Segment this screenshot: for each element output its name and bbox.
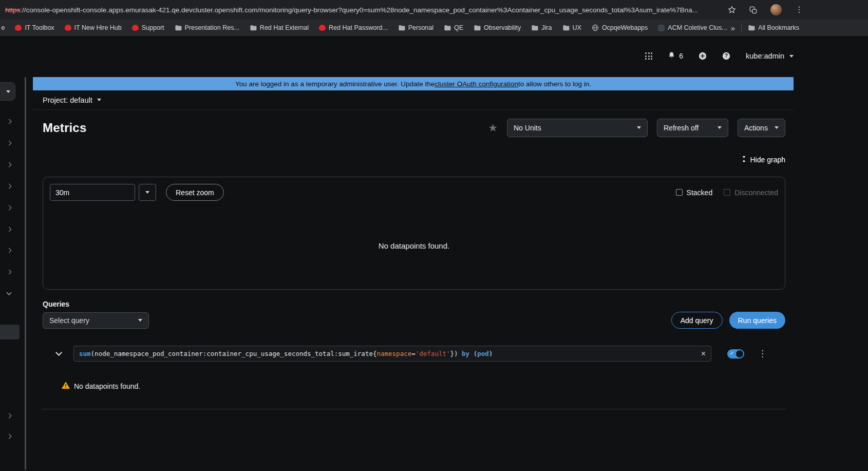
- bookmarks-bar: rceIT ToolboxIT New Hire HubSupportPrese…: [0, 20, 868, 36]
- hide-graph-button[interactable]: Hide graph: [741, 156, 786, 164]
- add-query-button[interactable]: Add query: [671, 312, 723, 329]
- actions-dropdown-label: Actions: [744, 124, 768, 132]
- bookmarks-overflow-icon[interactable]: »: [731, 24, 735, 32]
- browser-menu-icon[interactable]: ⋮: [795, 6, 803, 14]
- chevron-down-icon: [6, 90, 10, 93]
- quick-create-icon[interactable]: [699, 52, 707, 60]
- chevron-down-icon: [138, 319, 142, 322]
- sidebar-active-item[interactable]: [0, 325, 20, 340]
- run-queries-button[interactable]: Run queries: [729, 312, 786, 329]
- sidebar-collapsed-dropdown[interactable]: [0, 82, 15, 101]
- chevron-right-icon[interactable]: [7, 413, 12, 419]
- bookmark-item[interactable]: IT Toolbox: [15, 24, 54, 31]
- bookmark-item[interactable]: Observability: [474, 24, 521, 31]
- queries-heading: Queries: [43, 300, 785, 308]
- favorite-star-icon[interactable]: ★: [488, 122, 498, 133]
- bookmark-label: Red Hat External: [260, 24, 309, 31]
- left-sidebar: [0, 76, 24, 471]
- redhat-icon: [15, 25, 22, 31]
- page-title: Metrics: [43, 121, 86, 135]
- hide-graph-label: Hide graph: [750, 156, 786, 164]
- bell-icon: [668, 51, 675, 61]
- select-query-label: Select query: [49, 316, 89, 325]
- all-bookmarks-button[interactable]: All Bookmarks: [748, 24, 799, 31]
- chevron-right-icon[interactable]: [7, 162, 12, 167]
- openshift-console: 6 ? kube:admin: [0, 36, 868, 471]
- bookmark-label: Personal: [408, 24, 433, 31]
- bookmarks-divider: [741, 24, 742, 32]
- bookmarks-list: rceIT ToolboxIT New Hire HubSupportPrese…: [1, 24, 731, 31]
- bookmark-item[interactable]: Red Hat Password...: [319, 24, 388, 31]
- sidebar-scrollbar[interactable]: [24, 76, 27, 471]
- user-menu[interactable]: kube:admin: [746, 52, 794, 60]
- chevron-down-icon[interactable]: [7, 290, 12, 295]
- select-query-dropdown[interactable]: Select query: [43, 312, 149, 329]
- bookmark-item[interactable]: Red Hat External: [250, 24, 309, 31]
- bookmark-item[interactable]: Presentation Res...: [175, 24, 239, 31]
- extensions-icon[interactable]: [749, 6, 757, 14]
- bookmark-item[interactable]: IT New Hire Hub: [65, 24, 122, 31]
- folder-icon: [175, 25, 182, 31]
- bookmark-item[interactable]: OcpqeWebapps: [592, 24, 648, 31]
- url-bar[interactable]: https://console-openshift-console.apps.e…: [5, 6, 714, 14]
- bookmark-item[interactable]: UX: [562, 24, 581, 31]
- bookmark-star-icon[interactable]: [728, 6, 736, 14]
- check-icon: ✓: [730, 350, 734, 356]
- bookmark-label: IT New Hire Hub: [74, 24, 122, 31]
- graph-controls: Reset zoom Stacked Disconnected: [50, 184, 778, 201]
- clear-query-icon[interactable]: ×: [696, 350, 706, 358]
- refresh-dropdown[interactable]: Refresh off: [657, 119, 728, 137]
- chevron-right-icon[interactable]: [7, 141, 12, 146]
- divider: [43, 409, 785, 409]
- queries-toolbar: Select query Add query Run queries: [43, 312, 785, 329]
- login-banner: You are logged in as a temporary adminis…: [33, 77, 794, 90]
- promql-expression: sum(node_namespace_pod_container:contain…: [79, 350, 493, 357]
- chevron-right-icon[interactable]: [7, 248, 12, 253]
- bookmark-item[interactable]: QE: [444, 24, 463, 31]
- query-input[interactable]: sum(node_namespace_pod_container:contain…: [73, 346, 711, 362]
- chevron-right-icon[interactable]: [7, 119, 12, 124]
- compress-icon: [741, 156, 747, 164]
- timespan-dropdown-button[interactable]: [139, 184, 156, 201]
- chevron-down-icon: [97, 99, 101, 101]
- content-area: You are logged in as a temporary adminis…: [27, 76, 868, 471]
- redhat-icon: [65, 25, 71, 31]
- disconnected-label: Disconnected: [734, 189, 778, 197]
- profile-avatar[interactable]: [770, 4, 782, 15]
- chevron-down-icon: [789, 55, 794, 58]
- chevron-right-icon[interactable]: [7, 227, 12, 232]
- checkbox-icon: [676, 189, 683, 196]
- refresh-dropdown-label: Refresh off: [664, 124, 699, 132]
- bookmark-item[interactable]: Support: [132, 24, 164, 31]
- scrollbar-thumb[interactable]: [25, 77, 26, 470]
- actions-dropdown[interactable]: Actions: [738, 119, 785, 137]
- query-warning: No datapoints found.: [43, 382, 785, 390]
- app-launcher-icon[interactable]: [645, 52, 652, 60]
- timespan-input[interactable]: [50, 184, 135, 201]
- disconnected-checkbox[interactable]: Disconnected: [724, 189, 778, 197]
- chevron-right-icon[interactable]: [7, 205, 12, 211]
- bookmark-item[interactable]: rce: [1, 24, 5, 31]
- query-row: sum(node_namespace_pod_container:contain…: [43, 346, 785, 362]
- reset-zoom-button[interactable]: Reset zoom: [166, 184, 224, 201]
- graph-options: Stacked Disconnected: [676, 189, 778, 197]
- bookmark-item[interactable]: Jira: [531, 24, 552, 31]
- query-kebab-menu-icon[interactable]: ⋮: [758, 349, 767, 358]
- chevron-right-icon[interactable]: [7, 270, 12, 275]
- project-selector[interactable]: Project: default: [43, 96, 101, 104]
- chevron-right-icon[interactable]: [7, 184, 12, 189]
- query-toggle-switch[interactable]: ✓: [727, 349, 744, 359]
- units-dropdown[interactable]: No Units: [507, 119, 648, 137]
- chevron-right-icon[interactable]: [7, 434, 12, 439]
- help-icon[interactable]: ?: [722, 52, 730, 60]
- bookmark-item[interactable]: ACM Coletive Clus...: [658, 24, 727, 31]
- oauth-config-link[interactable]: cluster OAuth configuration: [435, 80, 518, 88]
- query-expander-icon[interactable]: [55, 349, 62, 356]
- stacked-checkbox[interactable]: Stacked: [676, 189, 713, 197]
- bookmark-label: UX: [573, 24, 581, 31]
- bookmark-label: rce: [1, 24, 5, 31]
- bookmark-item[interactable]: Personal: [398, 24, 433, 31]
- bookmark-label: ACM Coletive Clus...: [668, 24, 727, 31]
- notification-bell[interactable]: 6: [668, 51, 683, 61]
- warning-triangle-icon: [62, 382, 70, 390]
